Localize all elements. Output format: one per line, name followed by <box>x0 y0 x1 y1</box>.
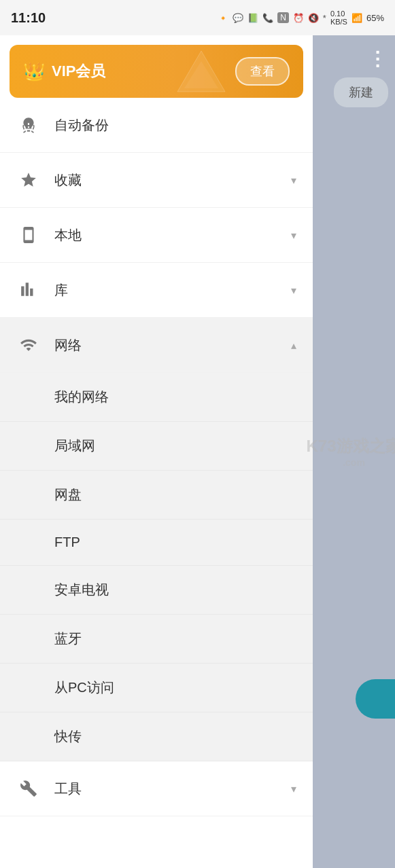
watermark-sub: .com <box>306 457 395 468</box>
submenu-my-network[interactable]: 我的网络 <box>0 373 313 422</box>
tools-label: 工具 <box>54 780 291 798</box>
favorites-icon <box>16 168 41 192</box>
favorites-arrow: ▾ <box>291 174 296 187</box>
menu-item-auto-backup[interactable]: 自动备份 <box>0 98 313 153</box>
tools-arrow: ▾ <box>291 782 296 795</box>
vip-check-button[interactable]: 查看 <box>235 57 290 86</box>
status-icon-wechat: 💬 <box>233 13 243 23</box>
ftp-label: FTP <box>54 535 80 550</box>
more-options-button[interactable]: ⋮ <box>364 45 391 72</box>
network-label: 网络 <box>54 336 291 355</box>
library-arrow: ▾ <box>291 284 296 297</box>
library-icon <box>16 278 41 302</box>
submenu-from-pc[interactable]: 从PC访问 <box>0 664 313 712</box>
tools-icon <box>16 776 41 801</box>
teal-fab-button[interactable] <box>356 679 395 719</box>
from-pc-label: 从PC访问 <box>54 679 114 697</box>
cloud-drive-label: 网盘 <box>54 486 82 504</box>
status-icon-1: 🔸 <box>218 13 228 23</box>
status-network-speed: 0.10KB/S <box>330 10 347 26</box>
watermark-text: K73游戏之家 <box>306 437 395 455</box>
submenu-bluetooth[interactable]: 蓝牙 <box>0 615 313 664</box>
my-network-label: 我的网络 <box>54 388 109 406</box>
sidebar: 👑 VIP会员 查看 <box>0 35 313 868</box>
more-dots-icon: ⋮ <box>368 48 387 70</box>
status-icon-alarm: ⏰ <box>293 13 304 23</box>
submenu-cloud-drive[interactable]: 网盘 <box>0 471 313 520</box>
top-right-actions: ⋮ 新建 <box>313 42 395 107</box>
auto-backup-label: 自动备份 <box>54 116 296 134</box>
status-icon-volume: 🔇 <box>308 13 319 23</box>
svg-point-2 <box>27 121 29 123</box>
new-button[interactable]: 新建 <box>334 77 388 107</box>
status-icon-msg: 📗 <box>247 13 258 23</box>
status-icon-nfc: N <box>277 12 289 23</box>
local-label: 本地 <box>54 226 291 245</box>
quick-transfer-label: 快传 <box>54 727 82 746</box>
local-arrow: ▾ <box>291 229 296 242</box>
lan-label: 局域网 <box>54 437 95 455</box>
vip-crown-icon: 👑 <box>23 61 45 82</box>
local-icon <box>16 223 41 247</box>
status-battery: 65% <box>366 13 384 23</box>
status-signal: 📶 <box>351 13 362 23</box>
auto-backup-icon <box>16 113 41 137</box>
network-arrow-up: ▴ <box>291 339 296 352</box>
submenu-lan[interactable]: 局域网 <box>0 422 313 471</box>
menu-item-local[interactable]: 本地 ▾ <box>0 208 313 263</box>
network-icon <box>16 333 41 357</box>
right-panel: ⋮ 新建 K73游戏之家 .com <box>313 35 395 868</box>
menu-item-favorites[interactable]: 收藏 ▾ <box>0 153 313 208</box>
submenu-android-tv[interactable]: 安卓电视 <box>0 566 313 615</box>
vip-decoration <box>174 45 228 98</box>
library-label: 库 <box>54 281 291 300</box>
bluetooth-label: 蓝牙 <box>54 630 82 648</box>
submenu-quick-transfer[interactable]: 快传 <box>0 712 313 761</box>
android-tv-label: 安卓电视 <box>54 581 109 599</box>
status-time: 11:10 <box>11 10 46 26</box>
status-icon-phone: 📞 <box>262 13 273 23</box>
menu-item-library[interactable]: 库 ▾ <box>0 263 313 318</box>
status-bar: 11:10 🔸 💬 📗 📞 N ⏰ 🔇 * 0.10KB/S 📶 65% <box>0 0 395 35</box>
vip-banner[interactable]: 👑 VIP会员 查看 <box>10 45 303 98</box>
watermark: K73游戏之家 .com <box>306 435 395 468</box>
vip-left: 👑 VIP会员 <box>23 61 105 82</box>
main-layout: 👑 VIP会员 查看 <box>0 35 395 868</box>
vip-title: VIP会员 <box>52 61 105 82</box>
favorites-label: 收藏 <box>54 171 291 189</box>
status-icons: 🔸 💬 📗 📞 N ⏰ 🔇 * 0.10KB/S 📶 65% <box>218 10 384 26</box>
status-icon-bt: * <box>323 13 326 23</box>
submenu-ftp[interactable]: FTP <box>0 520 313 566</box>
menu-item-network[interactable]: 网络 ▴ <box>0 318 313 373</box>
menu-item-tools[interactable]: 工具 ▾ <box>0 761 313 816</box>
